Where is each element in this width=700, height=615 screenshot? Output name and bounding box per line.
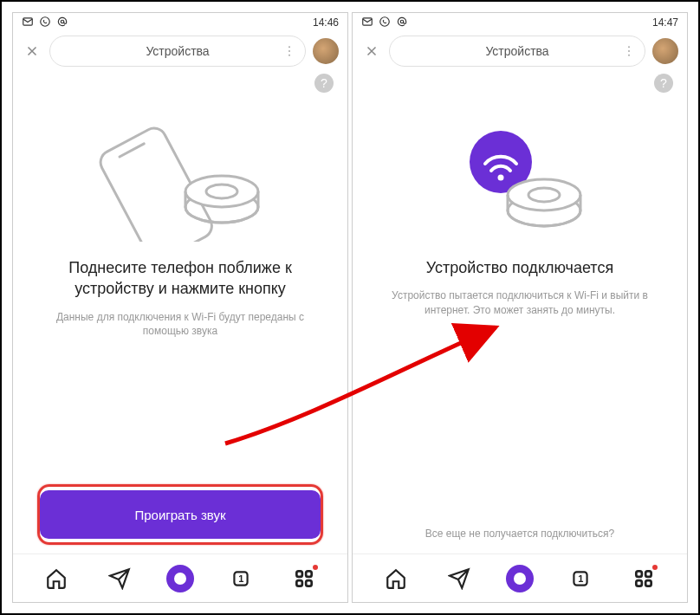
svg-point-20 [628,50,630,52]
phone-right: 14:47 Устройства ? [352,12,688,603]
nav-tabs[interactable]: 1 [225,563,256,594]
close-button[interactable] [22,41,42,62]
nav-home[interactable] [41,563,72,594]
svg-point-19 [628,46,630,48]
nav-alice[interactable] [506,565,534,592]
more-button[interactable] [282,44,296,58]
main-title: Поднесите телефон поближе к устройству и… [37,257,323,300]
svg-point-17 [380,16,390,26]
trouble-link[interactable]: Все еще не получается подключиться? [425,528,614,540]
svg-rect-31 [645,580,651,586]
title-pill[interactable]: Устройства [49,36,306,67]
content-area: ? Устройство подключается Устройство пыт… [353,70,687,554]
help-button[interactable]: ? [654,74,673,93]
notification-dot [652,565,658,570]
status-icons [22,16,68,30]
nav-send[interactable] [104,563,135,594]
illustration-wifi-speaker [377,103,663,250]
svg-rect-12 [296,571,302,577]
status-time: 14:46 [313,16,339,29]
svg-rect-15 [306,580,312,586]
phone-left: 14:46 Устройства ? [12,12,348,603]
at-icon [56,16,68,30]
status-bar: 14:46 [13,13,347,32]
svg-point-4 [288,50,290,52]
nav-alice[interactable] [166,565,194,592]
notification-dot [313,565,318,570]
main-title: Устройство подключается [426,257,613,278]
nav-home[interactable] [380,563,412,594]
status-time: 14:47 [652,16,678,29]
help-button[interactable]: ? [314,74,334,93]
subtitle: Данные для подключения к Wi-Fi будут пер… [37,310,323,340]
svg-rect-13 [306,571,312,577]
svg-point-5 [288,55,290,56]
avatar[interactable] [652,38,678,64]
app-header: Устройства [353,32,687,70]
status-icons [361,16,408,30]
svg-point-3 [288,46,290,48]
mail-icon [361,16,373,30]
bottom-nav: 1 [13,554,347,602]
nav-grid[interactable] [288,563,320,594]
title-pill[interactable]: Устройства [389,36,645,67]
close-button[interactable] [361,41,382,62]
svg-point-21 [628,55,630,56]
tabs-count: 1 [238,573,243,584]
svg-rect-28 [636,571,642,577]
nav-grid[interactable] [628,563,659,594]
svg-rect-29 [645,571,651,577]
content-area: ? Поднесите телефон поближе к устройству… [13,70,347,554]
bottom-nav: 1 [353,554,687,602]
page-title: Устройства [485,44,548,58]
app-header: Устройства [13,32,347,70]
svg-line-7 [120,144,144,157]
at-icon [396,16,408,30]
highlight-annotation: Проиграть звук [37,484,323,545]
whatsapp-icon [379,16,391,30]
svg-rect-30 [636,580,642,586]
subtitle: Устройство пытается подключиться к Wi-Fi… [377,288,663,318]
play-sound-button[interactable]: Проиграть звук [40,490,321,539]
svg-point-1 [41,16,50,26]
more-button[interactable] [622,44,636,58]
svg-point-25 [508,179,580,210]
whatsapp-icon [39,16,51,30]
mail-icon [22,16,34,30]
svg-point-9 [185,176,258,207]
tabs-count: 1 [578,573,583,584]
nav-tabs[interactable]: 1 [565,563,596,594]
nav-send[interactable] [444,563,475,594]
svg-rect-14 [296,580,302,586]
page-title: Устройства [146,44,209,58]
svg-point-23 [498,175,504,181]
status-bar: 14:47 [353,13,687,32]
avatar[interactable] [313,38,339,64]
illustration-phone-speaker [37,103,323,250]
